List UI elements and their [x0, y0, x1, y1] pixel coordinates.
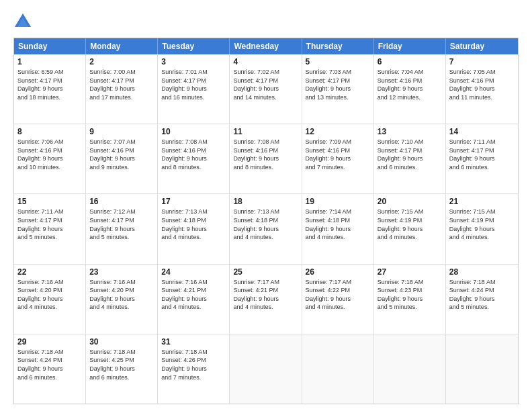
cell-text: Sunrise: 7:18 AMSunset: 4:25 PMDaylight:… — [89, 348, 154, 381]
cell-text: Sunrise: 7:06 AMSunset: 4:16 PMDaylight:… — [17, 138, 82, 171]
cell-text: Sunrise: 7:18 AMSunset: 4:23 PMDaylight:… — [378, 278, 442, 312]
calendar-cell: 5Sunrise: 7:03 AMSunset: 4:17 PMDaylight… — [302, 54, 374, 124]
cell-text: Sunrise: 7:09 AMSunset: 4:16 PMDaylight:… — [306, 138, 370, 171]
calendar-header-monday: Monday — [86, 38, 158, 54]
calendar-header-tuesday: Tuesday — [158, 38, 230, 54]
day-number: 3 — [161, 57, 226, 66]
calendar-cell: 29Sunrise: 7:18 AMSunset: 4:24 PMDayligh… — [14, 334, 86, 404]
header — [13, 12, 519, 31]
cell-text: Sunrise: 7:05 AMSunset: 4:16 PMDaylight:… — [449, 68, 515, 101]
cell-text: Sunrise: 7:13 AMSunset: 4:18 PMDaylight:… — [233, 208, 298, 241]
calendar-cell: 16Sunrise: 7:12 AMSunset: 4:17 PMDayligh… — [86, 194, 158, 263]
cell-text: Sunrise: 6:59 AMSunset: 4:17 PMDaylight:… — [17, 68, 82, 101]
calendar-body: 1Sunrise: 6:59 AMSunset: 4:17 PMDaylight… — [14, 54, 518, 404]
calendar-cell: 14Sunrise: 7:11 AMSunset: 4:17 PMDayligh… — [446, 124, 518, 193]
calendar-cell: 2Sunrise: 7:00 AMSunset: 4:17 PMDaylight… — [86, 54, 158, 124]
day-number: 22 — [17, 267, 82, 277]
page: SundayMondayTuesdayWednesdayThursdayFrid… — [0, 0, 532, 411]
calendar-cell: 12Sunrise: 7:09 AMSunset: 4:16 PMDayligh… — [302, 124, 374, 193]
calendar-cell: 1Sunrise: 6:59 AMSunset: 4:17 PMDaylight… — [14, 54, 86, 124]
cell-text: Sunrise: 7:15 AMSunset: 4:19 PMDaylight:… — [378, 208, 442, 241]
calendar-cell — [302, 334, 374, 404]
calendar-header-thursday: Thursday — [302, 38, 374, 54]
calendar-header-sunday: Sunday — [14, 38, 86, 54]
calendar-cell: 4Sunrise: 7:02 AMSunset: 4:17 PMDaylight… — [230, 54, 302, 124]
calendar-cell: 7Sunrise: 7:05 AMSunset: 4:16 PMDaylight… — [446, 54, 518, 124]
day-number: 29 — [17, 337, 82, 347]
day-number: 21 — [449, 197, 515, 206]
cell-text: Sunrise: 7:17 AMSunset: 4:22 PMDaylight:… — [306, 278, 370, 312]
cell-text: Sunrise: 7:03 AMSunset: 4:17 PMDaylight:… — [306, 68, 370, 101]
day-number: 31 — [161, 337, 226, 347]
calendar-cell: 10Sunrise: 7:08 AMSunset: 4:16 PMDayligh… — [158, 124, 230, 193]
day-number: 17 — [161, 197, 226, 206]
day-number: 30 — [89, 337, 154, 347]
calendar-cell: 6Sunrise: 7:04 AMSunset: 4:16 PMDaylight… — [374, 54, 446, 124]
day-number: 10 — [161, 127, 226, 136]
calendar-cell: 11Sunrise: 7:08 AMSunset: 4:16 PMDayligh… — [230, 124, 302, 193]
cell-text: Sunrise: 7:07 AMSunset: 4:16 PMDaylight:… — [89, 138, 154, 171]
calendar-cell: 23Sunrise: 7:16 AMSunset: 4:20 PMDayligh… — [86, 265, 158, 334]
cell-text: Sunrise: 7:00 AMSunset: 4:17 PMDaylight:… — [89, 68, 154, 101]
day-number: 7 — [449, 57, 515, 66]
day-number: 14 — [449, 127, 515, 136]
calendar-header: SundayMondayTuesdayWednesdayThursdayFrid… — [14, 38, 518, 54]
calendar-cell: 28Sunrise: 7:18 AMSunset: 4:24 PMDayligh… — [446, 265, 518, 334]
calendar-row: 22Sunrise: 7:16 AMSunset: 4:20 PMDayligh… — [14, 264, 518, 334]
cell-text: Sunrise: 7:18 AMSunset: 4:26 PMDaylight:… — [161, 348, 226, 381]
day-number: 12 — [306, 127, 370, 136]
calendar-cell: 18Sunrise: 7:13 AMSunset: 4:18 PMDayligh… — [230, 194, 302, 263]
cell-text: Sunrise: 7:04 AMSunset: 4:16 PMDaylight:… — [378, 68, 442, 101]
day-number: 27 — [378, 267, 442, 277]
day-number: 15 — [17, 197, 82, 206]
calendar-cell — [446, 334, 518, 404]
logo-icon — [13, 12, 32, 31]
day-number: 4 — [233, 57, 298, 66]
calendar-row: 15Sunrise: 7:11 AMSunset: 4:17 PMDayligh… — [14, 193, 518, 263]
cell-text: Sunrise: 7:16 AMSunset: 4:20 PMDaylight:… — [89, 278, 154, 312]
calendar-cell — [230, 334, 302, 404]
cell-text: Sunrise: 7:14 AMSunset: 4:18 PMDaylight:… — [306, 208, 370, 241]
calendar-cell: 26Sunrise: 7:17 AMSunset: 4:22 PMDayligh… — [302, 265, 374, 334]
cell-text: Sunrise: 7:15 AMSunset: 4:19 PMDaylight:… — [449, 208, 515, 241]
day-number: 19 — [306, 197, 370, 206]
day-number: 1 — [17, 57, 82, 66]
cell-text: Sunrise: 7:18 AMSunset: 4:24 PMDaylight:… — [17, 348, 82, 381]
calendar: SundayMondayTuesdayWednesdayThursdayFrid… — [13, 38, 519, 404]
day-number: 11 — [233, 127, 298, 136]
day-number: 8 — [17, 127, 82, 136]
calendar-cell: 30Sunrise: 7:18 AMSunset: 4:25 PMDayligh… — [86, 334, 158, 404]
cell-text: Sunrise: 7:10 AMSunset: 4:17 PMDaylight:… — [378, 138, 442, 171]
day-number: 9 — [89, 127, 154, 136]
cell-text: Sunrise: 7:11 AMSunset: 4:17 PMDaylight:… — [17, 208, 82, 241]
calendar-cell: 13Sunrise: 7:10 AMSunset: 4:17 PMDayligh… — [374, 124, 446, 193]
calendar-cell: 24Sunrise: 7:16 AMSunset: 4:21 PMDayligh… — [158, 265, 230, 334]
calendar-cell: 8Sunrise: 7:06 AMSunset: 4:16 PMDaylight… — [14, 124, 86, 193]
calendar-cell: 20Sunrise: 7:15 AMSunset: 4:19 PMDayligh… — [374, 194, 446, 263]
day-number: 18 — [233, 197, 298, 206]
cell-text: Sunrise: 7:12 AMSunset: 4:17 PMDaylight:… — [89, 208, 154, 241]
day-number: 23 — [89, 267, 154, 277]
calendar-header-wednesday: Wednesday — [230, 38, 302, 54]
calendar-cell: 3Sunrise: 7:01 AMSunset: 4:17 PMDaylight… — [158, 54, 230, 124]
calendar-row: 8Sunrise: 7:06 AMSunset: 4:16 PMDaylight… — [14, 124, 518, 193]
calendar-cell: 9Sunrise: 7:07 AMSunset: 4:16 PMDaylight… — [86, 124, 158, 193]
cell-text: Sunrise: 7:16 AMSunset: 4:20 PMDaylight:… — [17, 278, 82, 312]
cell-text: Sunrise: 7:16 AMSunset: 4:21 PMDaylight:… — [161, 278, 226, 312]
day-number: 24 — [161, 267, 226, 277]
cell-text: Sunrise: 7:01 AMSunset: 4:17 PMDaylight:… — [161, 68, 226, 101]
day-number: 16 — [89, 197, 154, 206]
calendar-cell: 17Sunrise: 7:13 AMSunset: 4:18 PMDayligh… — [158, 194, 230, 263]
calendar-header-saturday: Saturday — [446, 38, 518, 54]
calendar-row: 1Sunrise: 6:59 AMSunset: 4:17 PMDaylight… — [14, 54, 518, 124]
cell-text: Sunrise: 7:02 AMSunset: 4:17 PMDaylight:… — [233, 68, 298, 101]
calendar-cell: 15Sunrise: 7:11 AMSunset: 4:17 PMDayligh… — [14, 194, 86, 263]
calendar-cell: 19Sunrise: 7:14 AMSunset: 4:18 PMDayligh… — [302, 194, 374, 263]
calendar-row: 29Sunrise: 7:18 AMSunset: 4:24 PMDayligh… — [14, 334, 518, 404]
day-number: 25 — [233, 267, 298, 277]
cell-text: Sunrise: 7:18 AMSunset: 4:24 PMDaylight:… — [449, 278, 515, 312]
cell-text: Sunrise: 7:11 AMSunset: 4:17 PMDaylight:… — [449, 138, 515, 171]
calendar-header-friday: Friday — [374, 38, 446, 54]
cell-text: Sunrise: 7:08 AMSunset: 4:16 PMDaylight:… — [161, 138, 226, 171]
logo — [13, 12, 35, 31]
